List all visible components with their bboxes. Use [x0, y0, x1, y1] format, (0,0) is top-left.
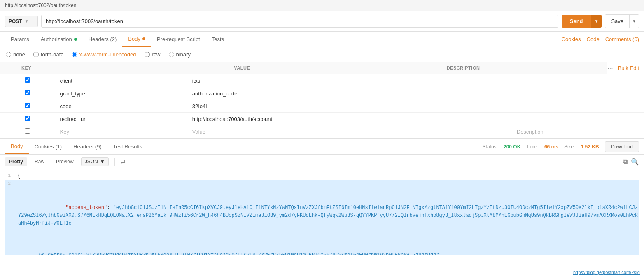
title-url: http://localhost:7002/oauth/token	[5, 2, 76, 8]
size-value: 1.52 KB	[581, 144, 599, 150]
copy-icon[interactable]: ⧉	[623, 158, 628, 165]
col-value-header: VALUE	[229, 62, 441, 74]
row-new-checkbox[interactable]	[25, 128, 30, 134]
download-button[interactable]: Download	[605, 141, 639, 152]
save-btn-group: Save ▼	[605, 14, 639, 28]
request-tabs-bar: Params Authorization Headers (2) Body Pr…	[0, 32, 644, 47]
col-checkbox-header	[0, 62, 16, 74]
time-label-text: Time:	[526, 144, 539, 150]
table-row: code 32Io4L	[0, 100, 644, 113]
row-checkbox[interactable]	[25, 90, 30, 95]
row-description	[512, 74, 644, 87]
radio-binary[interactable]: binary	[169, 51, 191, 58]
radio-urlencoded[interactable]: x-www-form-urlencoded	[72, 51, 136, 58]
code-line-1: 1 {	[5, 172, 639, 180]
response-tab-body[interactable]: Body	[5, 139, 29, 154]
table-row: client itxsl	[0, 74, 644, 87]
authorization-dot	[74, 38, 77, 41]
code-area: 1 { 2 "access_token": "eyJhbGciOiJSUzI1N…	[0, 169, 644, 255]
col-key-header: KEY	[16, 62, 229, 74]
tab-pre-request[interactable]: Pre-request Script	[151, 32, 206, 46]
table-options-icon[interactable]: ···	[607, 65, 613, 72]
tab-authorization[interactable]: Authorization	[35, 32, 83, 46]
send-btn-group: Send ▼	[562, 15, 602, 28]
params-table-container: KEY VALUE DESCRIPTION ··· Bulk Edit clie…	[0, 62, 644, 138]
row-key: redirect_uri	[55, 113, 187, 125]
right-tabs: Cookies Code Comments (0)	[562, 36, 639, 42]
time-value: 66 ms	[544, 144, 558, 150]
radio-none[interactable]: none	[6, 51, 25, 58]
table-row: redirect_uri http://localhost:7003/auth/…	[0, 113, 644, 125]
status-label-text: Status:	[483, 144, 498, 150]
row-key: client	[55, 74, 187, 87]
response-tab-headers[interactable]: Headers (9)	[68, 139, 107, 154]
search-response-icon[interactable]: 🔍	[631, 158, 639, 166]
format-tab-raw[interactable]: Raw	[30, 157, 49, 166]
row-value: http://localhost:7003/auth/account	[187, 113, 512, 125]
url-input[interactable]	[41, 15, 558, 28]
body-options: none form-data x-www-form-urlencoded raw…	[0, 47, 644, 62]
row-value: authorization_code	[187, 87, 512, 100]
response-status: Status: 200 OK Time: 66 ms Size: 1.52 KB…	[483, 141, 639, 152]
tab-params[interactable]: Params	[5, 32, 35, 46]
col-desc-header: DESCRIPTION	[442, 62, 608, 74]
tab-tests[interactable]: Tests	[206, 32, 230, 46]
json-type-select[interactable]: JSON ▼	[81, 157, 109, 166]
format-bar: Pretty Raw Preview JSON ▼ ⇄ ⧉ 🔍	[0, 155, 644, 169]
response-tab-test-results[interactable]: Test Results	[107, 139, 148, 154]
row-checkbox[interactable]	[25, 103, 30, 108]
format-tab-pretty[interactable]: Pretty	[5, 157, 27, 166]
row-value: 32Io4L	[187, 100, 512, 113]
radio-form-data[interactable]: form-data	[33, 51, 64, 58]
row-value: itxsl	[187, 74, 512, 87]
code-line-2: 2 "access_token": "eyJhbGciOiJSUzI1NiIsI…	[5, 180, 639, 255]
send-dropdown-button[interactable]: ▼	[591, 15, 602, 28]
status-bar[interactable]: https://blog.getpostman.com/2sId	[569, 269, 644, 276]
row-description	[512, 100, 644, 113]
row-description	[512, 87, 644, 100]
bulk-edit-button[interactable]: Bulk Edit	[618, 65, 639, 71]
row-description	[512, 113, 644, 125]
cookies-link[interactable]: Cookies	[562, 36, 581, 42]
response-section: Body Cookies (1) Headers (9) Test Result…	[0, 138, 644, 255]
response-tab-cookies[interactable]: Cookies (1)	[29, 139, 68, 154]
method-chevron-icon: ▼	[25, 19, 29, 23]
table-row: grant_type authorization_code	[0, 87, 644, 100]
save-dropdown-button[interactable]: ▼	[629, 15, 639, 28]
status-bar-url: https://blog.getpostman.com/2sId	[573, 270, 640, 275]
format-tab-preview[interactable]: Preview	[52, 157, 78, 166]
table-new-row: Key Value Description	[0, 125, 644, 138]
row-key: grant_type	[55, 87, 187, 100]
comments-link[interactable]: Comments (0)	[605, 36, 639, 42]
title-bar: http://localhost:7002/oauth/token	[0, 0, 644, 11]
json-chevron-icon: ▼	[100, 159, 105, 165]
response-tabs-bar: Body Cookies (1) Headers (9) Test Result…	[0, 139, 644, 155]
new-key-placeholder[interactable]: Key	[55, 125, 187, 138]
format-right-icons: ⧉ 🔍	[623, 158, 639, 166]
method-label: POST	[9, 19, 22, 24]
status-value: 200 OK	[504, 144, 520, 150]
row-key: code	[55, 100, 187, 113]
tab-body[interactable]: Body	[122, 32, 151, 47]
save-button[interactable]: Save	[605, 15, 629, 28]
tab-headers[interactable]: Headers (2)	[83, 32, 123, 46]
size-label-text: Size:	[564, 144, 575, 150]
radio-raw[interactable]: raw	[145, 51, 161, 58]
url-bar: POST ▼ Send ▼ Save ▼	[0, 11, 644, 32]
params-table: client itxsl grant_type authorization_co…	[0, 74, 644, 138]
send-button[interactable]: Send	[562, 15, 591, 28]
new-value-placeholder[interactable]: Value	[187, 125, 512, 138]
row-checkbox[interactable]	[25, 77, 30, 83]
new-desc-placeholder: Description	[512, 125, 644, 138]
filter-icon[interactable]: ⇄	[121, 158, 126, 165]
method-select[interactable]: POST ▼	[5, 16, 38, 27]
row-checkbox[interactable]	[25, 116, 30, 121]
body-dot	[142, 37, 145, 40]
code-link[interactable]: Code	[587, 36, 600, 42]
